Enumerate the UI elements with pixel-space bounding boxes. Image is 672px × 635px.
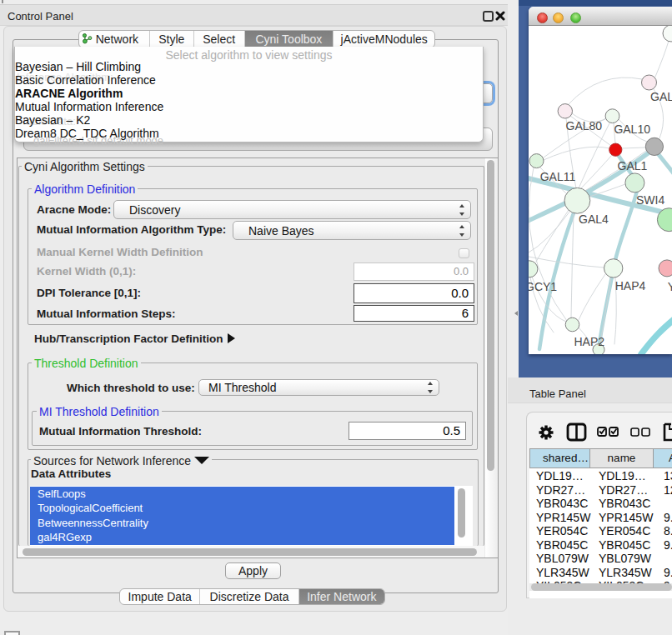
svg-text:GAL4: GAL4 — [579, 212, 609, 226]
svg-text:GAL1: GAL1 — [618, 159, 648, 172]
svg-text:Y: Y — [668, 280, 672, 293]
svg-text:GCY1: GCY1 — [529, 280, 557, 293]
svg-text:HAP4: HAP4 — [615, 279, 646, 292]
svg-text:GAL80: GAL80 — [566, 119, 603, 132]
svg-text:GAL7: GAL7 — [650, 90, 672, 103]
svg-text:HAP2: HAP2 — [574, 335, 605, 348]
svg-text:GAL10: GAL10 — [614, 122, 650, 136]
svg-text:SWI4: SWI4 — [636, 193, 664, 207]
svg-text:GAL11: GAL11 — [540, 170, 576, 183]
